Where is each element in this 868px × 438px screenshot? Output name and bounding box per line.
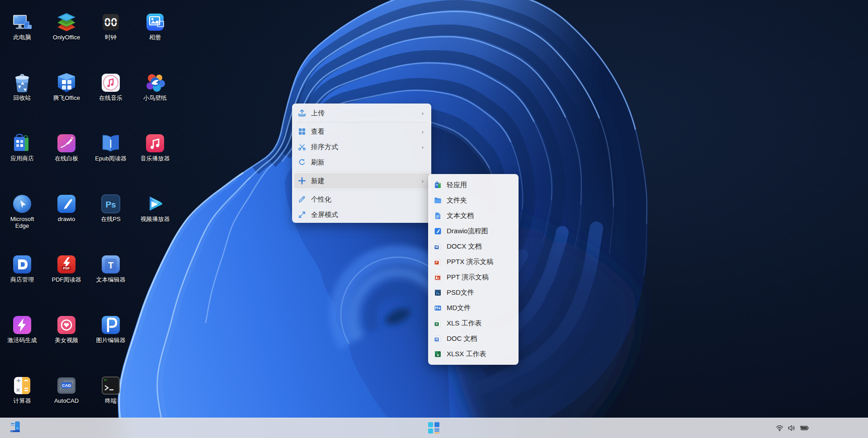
svg-text:PDF: PDF (63, 266, 70, 270)
svg-text:W: W (435, 245, 439, 249)
svg-text:Ps: Ps (436, 292, 440, 295)
svg-text:X: X (436, 322, 438, 325)
svg-text:#!: #! (104, 378, 108, 382)
svg-text:P: P (436, 261, 438, 264)
svg-text:X: X (437, 353, 439, 357)
svg-text:CAD: CAD (62, 383, 71, 388)
svg-text:T: T (108, 260, 113, 270)
svg-text:W: W (435, 338, 439, 341)
svg-text:Ps: Ps (105, 200, 116, 209)
